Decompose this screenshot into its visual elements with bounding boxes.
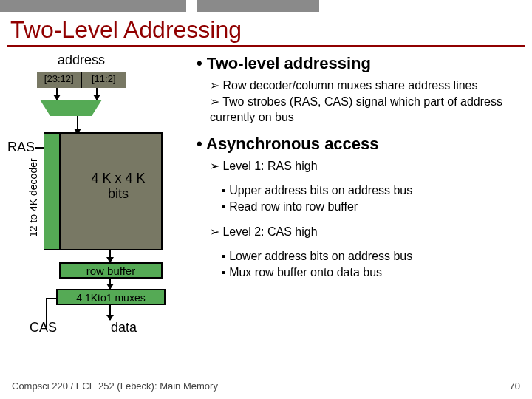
slide-title: Two-Level Addressing [0, 12, 532, 45]
text-column: • Two-level addressing Row decoder/colum… [192, 54, 525, 348]
list-item: Row decoder/column muxes share address l… [210, 78, 525, 94]
h2-text: Asynchronous access [206, 134, 379, 153]
arrow-icon [56, 88, 58, 100]
arrow-icon [109, 250, 111, 262]
row-decoder-box [44, 132, 61, 250]
list-item: Mux row buffer onto data bus [222, 265, 525, 281]
arrow-icon [77, 116, 78, 134]
bits-high: [23:12] [37, 72, 82, 88]
list-item: Two strobes (RAS, CAS) signal which part… [210, 94, 525, 126]
address-label: address [58, 52, 105, 68]
bits-low: [11:2] [82, 72, 126, 88]
list-item: Read row into row buffer [222, 199, 525, 215]
ras-label: RAS [7, 140, 35, 155]
list-item: Level 2: CAS high [210, 224, 525, 240]
sub-list: Level 2: CAS high [197, 224, 525, 240]
top-stripe [0, 0, 532, 12]
cas-wire [46, 298, 47, 327]
bullet-heading: • Two-level addressing [197, 54, 525, 73]
arrow-icon [109, 278, 111, 289]
two-level-diagram: address [23:12] [11:2] 12 to 4K decoder … [7, 52, 192, 348]
mux-trapezoid [40, 100, 102, 116]
content-area: address [23:12] [11:2] 12 to 4K decoder … [0, 47, 532, 348]
sub-list: Level 1: RAS high [197, 158, 525, 174]
diagram-column: address [23:12] [11:2] 12 to 4K decoder … [7, 52, 192, 348]
ras-wire [35, 147, 44, 149]
cas-wire [46, 298, 56, 299]
row-buffer-box: row buffer [59, 262, 163, 279]
footer: Compsci 220 / ECE 252 (Lebeck): Main Mem… [0, 381, 532, 392]
list-item: Level 1: RAS high [210, 158, 525, 174]
column-mux-box: 4 1Kto1 muxes [56, 289, 166, 305]
sub-sub-list: Lower address bits on address bus Mux ro… [197, 248, 525, 280]
page-number: 70 [510, 381, 520, 392]
list-item: Upper address bits on address bus [222, 183, 525, 199]
list-item: Lower address bits on address bus [222, 248, 525, 265]
bullet-heading: • Asynchronous access [197, 134, 525, 154]
cas-label: CAS [30, 320, 57, 335]
data-label: data [111, 320, 137, 335]
footer-left: Compsci 220 / ECE 252 (Lebeck): Main Mem… [12, 381, 218, 392]
arrow-icon [109, 305, 111, 320]
sub-sub-list: Upper address bits on address bus Read r… [197, 183, 525, 214]
row-decoder-label: 12 to 4K decoder [27, 158, 39, 237]
sub-list: Row decoder/column muxes share address l… [197, 78, 525, 126]
memory-array-label: 4 K x 4 K bits [81, 171, 155, 202]
arrow-icon [96, 88, 98, 100]
h1-text: Two-level addressing [207, 54, 371, 72]
address-bits-box: [23:12] [11:2] [37, 72, 126, 88]
